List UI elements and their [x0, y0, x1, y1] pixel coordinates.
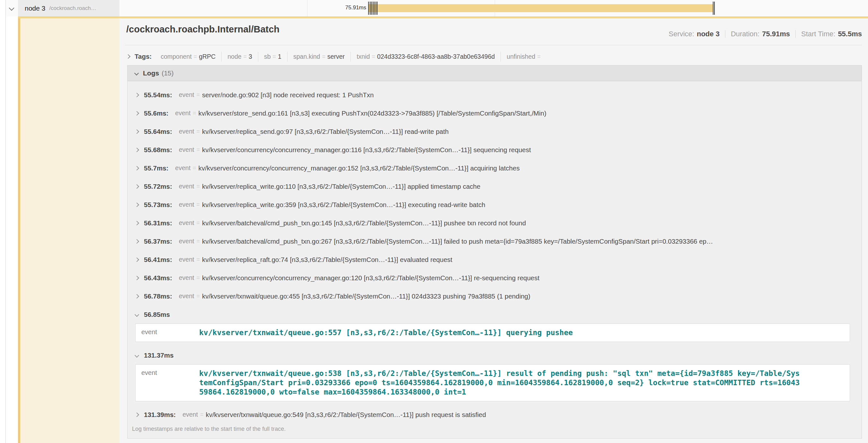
equals-sign: =	[196, 293, 200, 300]
tag-list: component=gRPCnode=3sb=1span.kind=server…	[155, 52, 548, 62]
tag-item: sb=1	[258, 52, 287, 62]
chevron-right-icon[interactable]	[134, 93, 139, 97]
log-field-key: event	[179, 274, 194, 281]
tag-item: component=gRPC	[155, 52, 221, 62]
equals-sign: =	[537, 53, 541, 60]
chevron-right-icon[interactable]	[134, 129, 139, 134]
log-field-key: event	[175, 109, 190, 117]
chevron-right-icon[interactable]	[134, 202, 139, 207]
tag-item: txnid=024d3323-6c8f-4863-aa8b-37ab0e6349…	[350, 52, 500, 62]
tag-key: txnid	[356, 53, 370, 60]
tag-item: span.kind=server	[287, 52, 350, 62]
chevron-right-icon[interactable]	[134, 184, 139, 189]
chevron-right-icon[interactable]	[134, 275, 139, 280]
span-overview: Service: node 3 Duration: 75.91ms Start …	[669, 30, 862, 38]
chevron-right-icon[interactable]	[134, 220, 139, 225]
log-field-key: event	[179, 128, 194, 135]
log-row[interactable]: 55.73ms:event=kv/kvserver/replica_write.…	[131, 196, 857, 214]
log-timestamp: 55.7ms:	[144, 164, 168, 172]
log-timestamp: 56.31ms:	[144, 219, 172, 227]
chevron-right-icon[interactable]	[134, 294, 139, 298]
log-tick	[368, 2, 369, 15]
log-row[interactable]: 55.64ms:event=kv/kvserver/replica_send.g…	[131, 122, 857, 141]
log-field-key: event	[179, 146, 194, 154]
log-field-value: kv/kvserver/txnwait/queue.go:557 [n3,s3,…	[199, 324, 803, 342]
log-row[interactable]: 56.41ms:event=kv/kvserver/replica_raft.g…	[131, 250, 857, 269]
log-row[interactable]: 131.39ms:event=kv/kvserver/txnwait/queue…	[131, 405, 857, 424]
log-timestamp: 56.85ms	[144, 311, 170, 318]
duration-label: Duration:	[731, 30, 760, 38]
span-timeline-row[interactable]: node 3 /cockroach.roach… 75.91ms	[6, 0, 868, 16]
log-tick	[377, 2, 377, 15]
log-row[interactable]: 56.31ms:event=kv/kvserver/batcheval/cmd_…	[131, 214, 857, 232]
log-message: kv/kvserver/concurrency/concurrency_mana…	[202, 146, 857, 154]
chevron-down-icon[interactable]	[134, 353, 139, 357]
logs-header[interactable]: Logs (15)	[127, 66, 862, 81]
service-value: node 3	[697, 30, 720, 38]
start-time-value: 55.5ms	[838, 30, 862, 38]
tag-key: unfinished	[506, 53, 535, 60]
log-field-key: event	[135, 365, 199, 401]
tag-value: gRPC	[199, 53, 216, 60]
duration-value: 75.91ms	[762, 30, 790, 38]
log-message: kv/kvserver/replica_send.go:97 [n3,s3,r6…	[202, 128, 857, 135]
chevron-right-icon[interactable]	[134, 257, 139, 262]
log-message: kv/kvserver/replica_write.go:110 [n3,s3,…	[202, 183, 857, 190]
tag-value: server	[327, 53, 345, 60]
logs-chevron-down-icon[interactable]	[134, 71, 139, 75]
equals-sign: =	[193, 165, 196, 171]
log-timestamp: 55.54ms:	[144, 91, 172, 99]
tag-key: sb	[264, 53, 271, 60]
log-row[interactable]: 56.78ms:event=kv/kvserver/txnwait/queue.…	[131, 287, 857, 305]
log-timestamp: 131.37ms	[144, 351, 174, 359]
log-row-expanded-header[interactable]: 56.85ms	[131, 305, 857, 323]
log-entries: 55.54ms:event=server/node.go:902 [n3] no…	[127, 81, 862, 424]
log-row[interactable]: 55.6ms:event=kv/kvserver/store_send.go:1…	[131, 104, 857, 122]
chevron-right-icon[interactable]	[134, 412, 139, 417]
log-field-value: kv/kvserver/txnwait/queue.go:538 [n3,s3,…	[199, 365, 803, 401]
log-timestamp: 56.37ms:	[144, 238, 172, 245]
equals-sign: =	[273, 53, 276, 60]
log-row[interactable]: 56.43ms:event=kv/kvserver/concurrency/co…	[131, 269, 857, 287]
log-field-key: event	[179, 183, 194, 190]
collapse-span-chevron-down-icon[interactable]	[9, 5, 14, 11]
tag-key: node	[227, 53, 241, 60]
chevron-right-icon[interactable]	[134, 111, 139, 115]
log-detail-table: eventkv/kvserver/txnwait/queue.go:557 [n…	[135, 323, 850, 342]
equals-sign: =	[196, 256, 200, 263]
log-row[interactable]: 55.7ms:event=kv/kvserver/concurrency/con…	[131, 159, 857, 177]
log-field-key: event	[135, 324, 199, 342]
log-tick	[375, 2, 376, 15]
equals-sign: =	[196, 128, 200, 135]
equals-sign: =	[196, 238, 200, 245]
log-message: server/node.go:902 [n3] node received re…	[202, 91, 857, 99]
chevron-right-icon[interactable]	[134, 166, 139, 170]
logs-footer-note: Log timestamps are relative to the start…	[132, 426, 862, 438]
log-message: kv/kvserver/store_send.go:161 [n3,s3] ex…	[198, 109, 857, 117]
chevron-right-icon[interactable]	[134, 147, 139, 152]
span-name-tab[interactable]: node 3 /cockroach.roach…	[18, 0, 120, 16]
log-row[interactable]: 55.54ms:event=server/node.go:902 [n3] no…	[131, 86, 857, 104]
log-message: kv/kvserver/replica_write.go:359 [n3,s3,…	[202, 201, 857, 209]
logs-title: Logs	[143, 69, 159, 77]
log-row[interactable]: 55.68ms:event=kv/kvserver/concurrency/co…	[131, 141, 857, 159]
log-row-expanded-header[interactable]: 131.37ms	[131, 346, 857, 364]
log-timestamp: 55.6ms:	[144, 109, 168, 117]
log-field-key: event	[179, 201, 194, 208]
log-message: kv/kvserver/concurrency/concurrency_mana…	[202, 274, 857, 282]
chevron-right-icon[interactable]	[134, 239, 139, 243]
chevron-down-icon[interactable]	[134, 312, 139, 316]
log-row[interactable]: 56.37ms:event=kv/kvserver/batcheval/cmd_…	[131, 232, 857, 250]
tag-key: component	[161, 53, 191, 60]
span-operation-name: /cockroach.roach…	[49, 5, 96, 11]
log-row[interactable]: 55.72ms:event=kv/kvserver/replica_write.…	[131, 177, 857, 196]
gutter-divider	[5, 0, 6, 443]
log-detail-table: eventkv/kvserver/txnwait/queue.go:538 [n…	[135, 364, 850, 401]
tags-chevron-right-icon[interactable]	[126, 54, 130, 59]
log-field-key: event	[179, 256, 194, 263]
log-timestamp: 55.72ms:	[144, 183, 172, 190]
span-duration-bar[interactable]	[368, 4, 713, 12]
tags-toggle-row[interactable]: Tags: component=gRPCnode=3sb=1span.kind=…	[127, 49, 548, 64]
logs-section: Logs (15) 55.54ms:event=server/node.go:9…	[127, 65, 862, 439]
log-tick	[713, 2, 713, 15]
